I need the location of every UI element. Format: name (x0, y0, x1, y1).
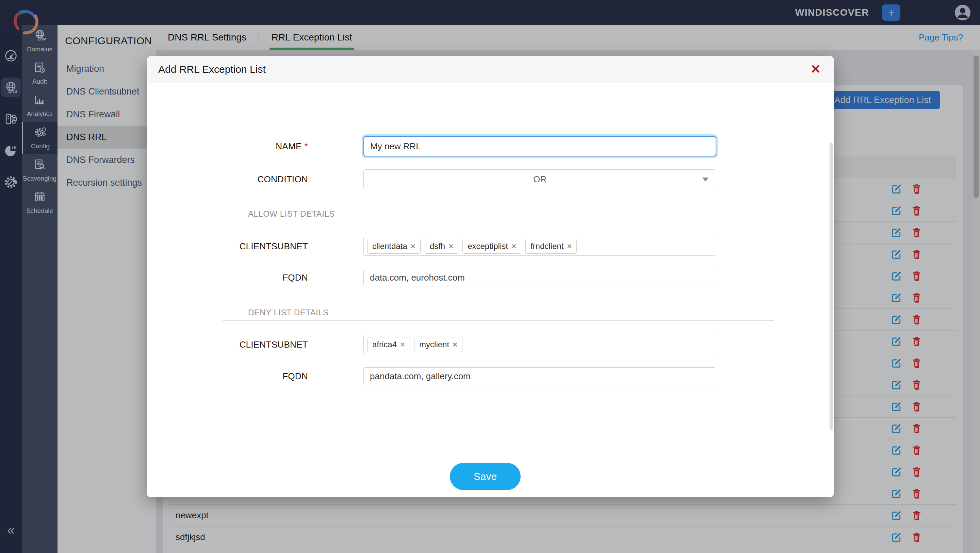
add-rrl-modal: Add RRL Exception List × NAME* CONDITION… (147, 56, 834, 497)
name-input[interactable] (363, 136, 716, 156)
tag-chip: frndclient× (525, 239, 577, 254)
deny-clientsubnet-input[interactable]: africa4×myclient× (363, 335, 716, 354)
section-divider (223, 222, 774, 222)
deny-fqdn-row: FQDN (147, 367, 834, 385)
tag-chip: dsfh× (425, 239, 458, 254)
modal-title: Add RRL Exception List (158, 56, 266, 83)
condition-select[interactable]: OR (363, 169, 716, 189)
allow-clientsubnet-label: CLIENTSUBNET (147, 237, 308, 256)
allow-clientsubnet-row: CLIENTSUBNET clientdata×dsfh×exceptiplis… (147, 237, 834, 256)
save-button[interactable]: Save (450, 463, 520, 490)
modal-header: Add RRL Exception List × (147, 56, 834, 83)
tag-label: africa4 (372, 340, 397, 349)
allow-fqdn-row: FQDN (147, 269, 834, 286)
chevron-down-icon (702, 178, 708, 182)
deny-fqdn-label: FQDN (147, 367, 308, 385)
tag-chip: exceptiplist× (463, 239, 521, 254)
tag-label: myclient (419, 340, 449, 349)
tag-remove-icon[interactable]: × (511, 242, 516, 250)
name-field-row: NAME* (147, 136, 834, 156)
close-icon[interactable]: × (807, 59, 825, 79)
tag-remove-icon[interactable]: × (400, 340, 405, 349)
name-label: NAME (275, 141, 301, 152)
tag-remove-icon[interactable]: × (567, 242, 572, 250)
screen: WINDISCOVER + DNS (0, 0, 980, 553)
deny-fqdn-input[interactable] (363, 367, 716, 385)
allow-list-section-title: ALLOW LIST DETAILS (248, 209, 335, 219)
tag-chip: africa4× (367, 337, 410, 352)
modal-scrollbar-thumb[interactable] (830, 143, 833, 430)
tag-remove-icon[interactable]: × (449, 242, 453, 250)
tag-remove-icon[interactable]: × (453, 340, 457, 349)
condition-label: CONDITION (147, 169, 308, 189)
tag-label: exceptiplist (468, 242, 508, 251)
tag-label: dsfh (430, 242, 445, 251)
tag-chip: myclient× (414, 337, 463, 352)
deny-clientsubnet-row: CLIENTSUBNET africa4×myclient× (147, 335, 834, 354)
deny-list-section-title: DENY LIST DETAILS (248, 308, 329, 317)
condition-value: OR (533, 174, 546, 185)
allow-clientsubnet-input[interactable]: clientdata×dsfh×exceptiplist×frndclient× (363, 237, 716, 256)
required-asterisk: * (305, 141, 308, 152)
allow-fqdn-input[interactable] (363, 269, 716, 286)
allow-fqdn-label: FQDN (147, 269, 308, 286)
tag-remove-icon[interactable]: × (411, 242, 415, 250)
tag-label: clientdata (372, 242, 407, 251)
deny-clientsubnet-label: CLIENTSUBNET (147, 335, 308, 354)
tag-chip: clientdata× (367, 239, 421, 254)
section-divider (223, 320, 774, 321)
tag-label: frndclient (530, 242, 563, 251)
condition-field-row: CONDITION OR (147, 169, 834, 189)
